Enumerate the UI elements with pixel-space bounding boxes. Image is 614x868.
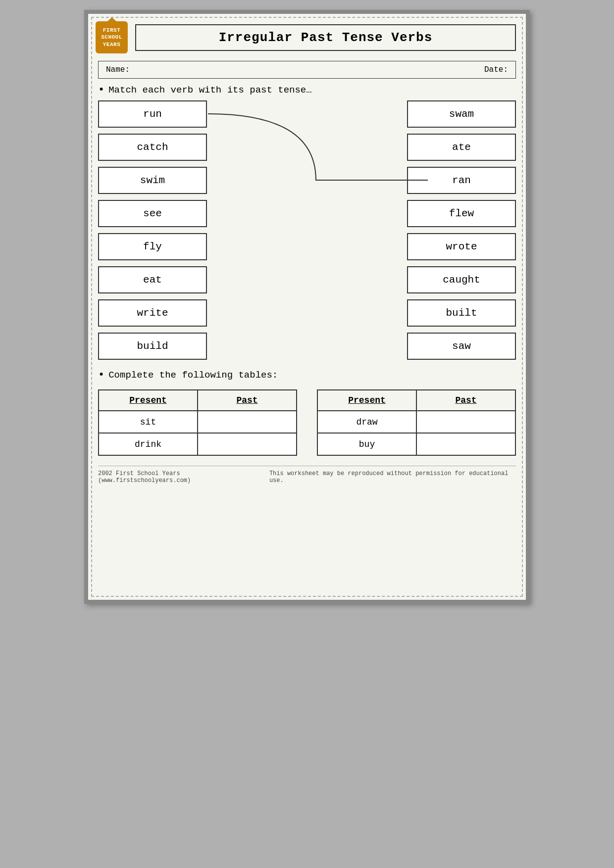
- matching-area: run catch swim see fly eat write build s…: [98, 100, 516, 360]
- logo-text: FIRST SCHOOL YEARS: [101, 27, 122, 48]
- bullet1: •: [98, 85, 104, 96]
- matching-columns: run catch swim see fly eat write build s…: [98, 100, 516, 360]
- table1-row2-past[interactable]: [198, 433, 297, 455]
- list-item: run: [98, 100, 207, 128]
- table1-col2-header: Past: [198, 390, 297, 411]
- table2-row2-past[interactable]: [416, 433, 515, 455]
- table2-row1-present: draw: [317, 411, 416, 433]
- table-row: draw: [317, 411, 515, 433]
- list-item: swam: [407, 100, 516, 128]
- table1-row1-past[interactable]: [198, 411, 297, 433]
- table2-col2-header: Past: [416, 390, 515, 411]
- list-item: wrote: [407, 233, 516, 260]
- list-item: swim: [98, 167, 207, 194]
- tables-container: Present Past sit drink: [98, 389, 516, 456]
- instruction2: • Complete the following tables:: [98, 370, 516, 381]
- table-row: drink: [99, 433, 297, 455]
- instruction1-text: Match each verb with its past tense…: [108, 85, 311, 96]
- instruction2-text: Complete the following tables:: [108, 370, 278, 381]
- instruction1: • Match each verb with its past tense…: [98, 85, 516, 96]
- bullet2: •: [98, 370, 104, 381]
- list-item: build: [98, 333, 207, 360]
- table-row: sit: [99, 411, 297, 433]
- list-item: built: [407, 299, 516, 327]
- list-item: flew: [407, 200, 516, 227]
- logo: FIRST SCHOOL YEARS: [96, 21, 128, 53]
- footer-right: This worksheet may be reproduced without…: [269, 470, 516, 484]
- title-box: Irregular Past Tense Verbs: [135, 24, 516, 51]
- footer-left: 2002 First School Years (www.firstschool…: [98, 470, 269, 484]
- tables-section: Present Past sit drink: [98, 389, 516, 456]
- list-item: ate: [407, 134, 516, 161]
- list-item: fly: [98, 233, 207, 260]
- list-item: see: [98, 200, 207, 227]
- name-label: Name:: [106, 65, 130, 74]
- list-item: ran: [407, 167, 516, 194]
- page: FIRST SCHOOL YEARS Irregular Past Tense …: [84, 10, 530, 604]
- table2-row1-past[interactable]: [416, 411, 515, 433]
- table1: Present Past sit drink: [98, 389, 297, 456]
- list-item: saw: [407, 333, 516, 360]
- table2-col1-header: Present: [317, 390, 416, 411]
- page-title: Irregular Past Tense Verbs: [219, 30, 433, 45]
- list-item: caught: [407, 266, 516, 293]
- list-item: write: [98, 299, 207, 327]
- table1-col1-header: Present: [99, 390, 198, 411]
- table2: Present Past draw buy: [317, 389, 516, 456]
- past-verb-column: swam ate ran flew wrote caught built saw: [407, 100, 516, 360]
- list-item: catch: [98, 134, 207, 161]
- table2-row2-present: buy: [317, 433, 416, 455]
- table1-row1-present: sit: [99, 411, 198, 433]
- table-row: buy: [317, 433, 515, 455]
- table1-row2-present: drink: [99, 433, 198, 455]
- list-item: eat: [98, 266, 207, 293]
- name-date-bar: Name: Date:: [98, 61, 516, 79]
- header: FIRST SCHOOL YEARS Irregular Past Tense …: [88, 14, 526, 58]
- date-label: Date:: [484, 65, 508, 74]
- present-verb-column: run catch swim see fly eat write build: [98, 100, 207, 360]
- footer: 2002 First School Years (www.firstschool…: [98, 466, 516, 484]
